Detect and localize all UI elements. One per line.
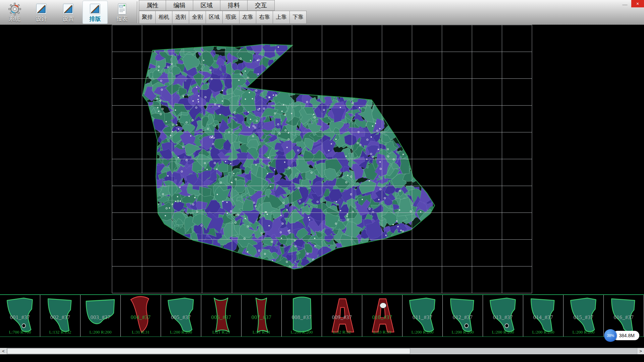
piece-thumbnail[interactable]: 013_#37L:200 R:200 [483, 295, 523, 337]
piece-shape-icon [405, 296, 441, 335]
nav-item-label: 系统 [9, 16, 20, 22]
nav-item-report[interactable]: 报表 [109, 1, 135, 24]
scrollbar-track[interactable] [7, 348, 637, 354]
menu-properties[interactable]: 属性 [139, 0, 166, 11]
tool-camera[interactable]: 相机 [156, 11, 172, 24]
memory-label: 384.8M [613, 331, 639, 340]
piece-shape-icon [525, 296, 561, 335]
piece-thumbnail[interactable]: 012_#37L:200 R:200 [443, 295, 483, 337]
nav-item-label: 设计 [36, 16, 47, 22]
gear-icon [8, 2, 21, 16]
layout-icon [89, 2, 102, 16]
piece-thumbnail[interactable]: 014_#37L:200 R:200 [523, 295, 564, 337]
scroll-right-button[interactable]: > [637, 348, 644, 354]
menu-edit[interactable]: 编辑 [166, 0, 193, 11]
nav-item-layout[interactable]: 排版 [83, 1, 108, 24]
piece-thumbnail[interactable]: 009_#37L:32 R:32 [322, 295, 362, 337]
tool-button-bar: 聚排相机选割全割区域瑕疵左靠右靠上靠下靠 [139, 11, 307, 24]
nesting-canvas[interactable] [0, 25, 644, 294]
minimize-button[interactable]: — [619, 0, 631, 7]
piece-shape-icon [2, 296, 38, 335]
nav-item-design[interactable]: 设计 [29, 1, 54, 24]
main-toolbar: 系统设计设置排版报表 属性编辑区域排料交互 聚排相机选割全割区域瑕疵左靠右靠上靠… [0, 0, 644, 25]
menu-region[interactable]: 区域 [193, 0, 220, 11]
piece-shape-icon [485, 296, 521, 335]
nav-item-label: 报表 [116, 16, 128, 22]
tool-snap-right[interactable]: 右靠 [256, 11, 273, 24]
piece-thumbnail[interactable]: 006_#37L:21 R:21 [201, 295, 241, 337]
piece-thumbnail[interactable]: 003_#37L:200 R:200 [80, 295, 121, 337]
close-button[interactable]: × [631, 0, 644, 7]
window-controls: — × [619, 0, 644, 7]
tool-snap-bottom[interactable]: 下靠 [290, 11, 307, 24]
piece-thumbnail[interactable]: 002_#37L:132 R:132 [40, 295, 80, 337]
menu-interact[interactable]: 交互 [248, 0, 275, 11]
nav-item-label: 排版 [90, 16, 101, 22]
menu-material[interactable]: 排料 [220, 0, 248, 11]
nav-item-system[interactable]: 系统 [2, 1, 27, 24]
piece-thumbnail[interactable]: 005_#37L:200 R:200 [161, 295, 201, 337]
design-icon [35, 2, 48, 16]
scrollbar-thumb[interactable] [7, 348, 410, 354]
menu-bar: 属性编辑区域排料交互 [139, 0, 307, 11]
piece-hole [22, 324, 25, 328]
piece-shape-icon [364, 296, 400, 335]
piece-shape-icon [324, 296, 360, 335]
piece-thumbnail[interactable]: 001_#37L:700 R:700 [0, 295, 40, 337]
scroll-left-button[interactable]: < [0, 348, 7, 354]
piece-shape-icon [203, 296, 239, 335]
piece-shape-icon [83, 296, 119, 335]
progress-indicator: 38% 384.8M [604, 329, 639, 342]
piece-shape-icon [284, 296, 320, 335]
tool-select-cut[interactable]: 选割 [172, 11, 189, 24]
report-icon [116, 2, 128, 16]
piece-shape-icon [244, 296, 280, 335]
piece-thumbnail[interactable]: 015_#37L:200 R:200 [564, 295, 604, 337]
piece-thumbnail[interactable]: 004_#37L:31 R:31 [121, 295, 161, 337]
main-nav: 系统设计设置排版报表 [0, 0, 136, 24]
piece-hole [505, 324, 508, 328]
tool-cut-all[interactable]: 全割 [189, 11, 206, 24]
tool-cluster-nest[interactable]: 聚排 [139, 11, 156, 24]
piece-shape-icon [445, 296, 481, 335]
nav-item-settings[interactable]: 设置 [56, 1, 81, 24]
utilization-badge: 38% [604, 329, 617, 342]
piece-thumbnail[interactable]: 011_#37L:200 R:200 [402, 295, 443, 337]
settings-icon [62, 2, 75, 16]
tool-snap-left[interactable]: 左靠 [239, 11, 256, 24]
pieces-strip: 001_#37L:700 R:700002_#37L:132 R:132003_… [0, 294, 644, 337]
nav-item-label: 设置 [63, 16, 74, 22]
tool-snap-top[interactable]: 上靠 [273, 11, 290, 24]
piece-hole [465, 324, 468, 328]
toolbar-divider [137, 1, 138, 23]
piece-shape-icon [163, 296, 199, 335]
piece-shape-icon [123, 296, 159, 335]
piece-shape-icon [566, 296, 602, 335]
tool-defect[interactable]: 瑕疵 [223, 11, 239, 24]
piece-thumbnail[interactable]: 007_#37L:31 R:31 [241, 295, 282, 337]
piece-hole [380, 303, 386, 308]
piece-thumbnail[interactable]: 010_#37L:33 R:33 [362, 295, 402, 337]
horizontal-scrollbar[interactable]: < > [0, 348, 644, 354]
tool-region[interactable]: 区域 [206, 11, 223, 24]
menu-area: 属性编辑区域排料交互 聚排相机选割全割区域瑕疵左靠右靠上靠下靠 [139, 0, 307, 24]
piece-thumbnail[interactable]: 008_#37L:200 R:200 [282, 295, 322, 337]
piece-shape-icon [42, 296, 78, 335]
nesting-drawing [0, 25, 644, 294]
